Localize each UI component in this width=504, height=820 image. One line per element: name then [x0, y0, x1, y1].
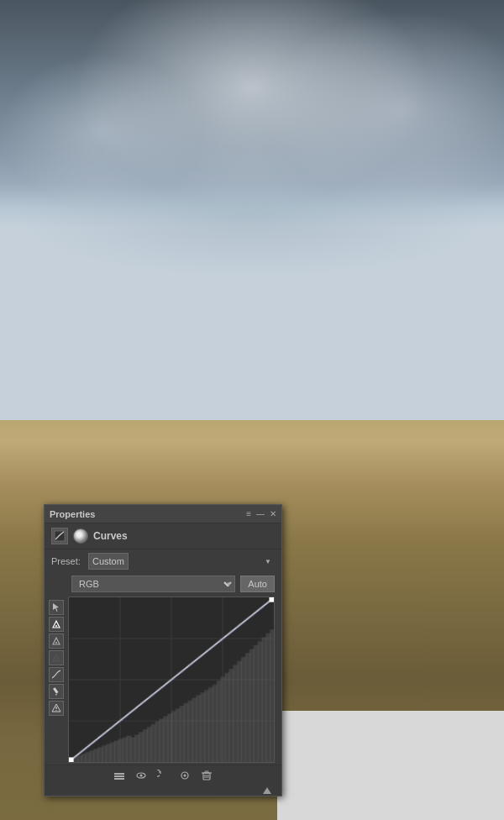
svg-marker-22 [263, 787, 271, 794]
history-icon[interactable] [155, 768, 171, 783]
curves-graph[interactable] [68, 597, 275, 763]
svg-point-8 [55, 710, 56, 711]
trash-icon[interactable] [199, 768, 214, 783]
curves-toolbar [46, 597, 66, 763]
channel-select[interactable]: RGB Red Green Blue [71, 576, 235, 592]
eye-icon[interactable] [134, 768, 149, 783]
panel-menu-btn[interactable]: ≡ [246, 509, 251, 518]
panel-titlebar: Properties ≡ — ✕ [45, 505, 281, 523]
panel-title-left: Properties [50, 509, 95, 519]
properties-panel: Properties ≡ — ✕ Curves Preset: Custom [44, 504, 282, 796]
sky-layer [0, 0, 504, 437]
svg-rect-9 [114, 773, 124, 775]
pointer-tool[interactable] [49, 600, 64, 615]
svg-rect-10 [114, 775, 124, 777]
warning-tool[interactable] [49, 701, 64, 716]
svg-point-3 [55, 659, 57, 660]
black-point-tool[interactable] [49, 650, 64, 665]
panel-close-btn[interactable]: ✕ [270, 509, 276, 518]
panel-title: Properties [50, 509, 95, 519]
curves-container [45, 595, 281, 765]
curves-adjustment-icon [51, 528, 68, 544]
curves-header: Curves [45, 523, 281, 549]
layer-icon[interactable] [112, 768, 127, 783]
auto-button[interactable]: Auto [240, 576, 275, 592]
svg-rect-11 [114, 778, 124, 780]
svg-marker-5 [55, 694, 57, 696]
white-area [277, 711, 504, 820]
preset-label: Preset: [51, 556, 83, 566]
curves-layer-icon [73, 528, 88, 544]
panel-minimize-btn[interactable]: — [256, 509, 265, 518]
gray-point-tool[interactable] [49, 633, 64, 649]
preset-select-wrapper: Custom [88, 553, 275, 570]
svg-point-13 [140, 775, 143, 777]
preset-select[interactable]: Custom [88, 553, 129, 570]
svg-point-1 [55, 625, 57, 627]
svg-point-2 [55, 642, 57, 644]
visibility-icon[interactable] [177, 768, 192, 783]
svg-rect-4 [53, 687, 58, 693]
svg-rect-18 [205, 771, 208, 773]
preset-row: Preset: Custom [45, 549, 281, 573]
bottom-indicator [45, 786, 281, 796]
curves-title: Curves [93, 530, 128, 542]
svg-point-15 [184, 775, 186, 777]
channel-row: RGB Red Green Blue Auto [45, 573, 281, 595]
triangle-icon [263, 787, 271, 794]
white-point-tool[interactable] [49, 617, 64, 632]
panel-bottom-toolbar [45, 765, 281, 786]
curve-adjustment-tool[interactable] [49, 667, 64, 682]
panel-title-controls: ≡ — ✕ [246, 509, 276, 518]
channel-select-wrapper: RGB Red Green Blue [71, 576, 235, 592]
pencil-tool[interactable] [49, 684, 64, 699]
